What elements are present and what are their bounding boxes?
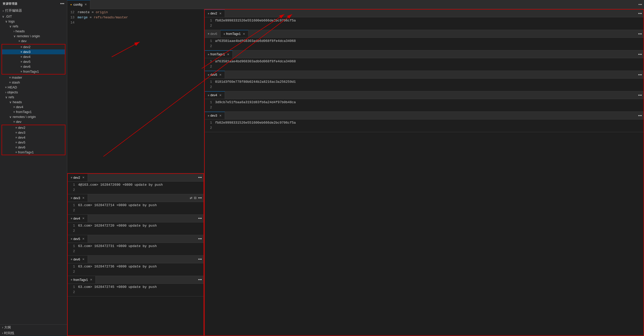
sidebar-item-dev4[interactable]: ≡ dev4 xyxy=(2,54,65,59)
right-panel-dev5-more[interactable]: ••• xyxy=(637,73,643,77)
sidebar-item-dev6[interactable]: ≡ dev6 xyxy=(2,64,65,69)
right-panel-dev3-more[interactable]: ••• xyxy=(637,114,643,118)
tab-dev3-close[interactable]: ✕ xyxy=(82,196,85,200)
sidebar-item-refs-dev5[interactable]: ≡ dev5 xyxy=(2,140,65,145)
sidebar-item-refs-dev4b[interactable]: ≡ dev4 xyxy=(2,135,65,140)
panel-fromTagv1-more[interactable]: ••• xyxy=(196,278,203,282)
tab-dev2[interactable]: ≡ dev2 ✕ xyxy=(68,174,88,182)
dev6-label: dev6 xyxy=(23,65,31,69)
dev5-line-1: 1 63.com> 1628472731 +0800 update by pus… xyxy=(68,244,203,249)
right-tab-fromTagv1[interactable]: ≡ fromTagv1 ✕ xyxy=(221,30,248,38)
right-tab-fromTagv1b[interactable]: ≡ fromTagv1 ✕ xyxy=(205,50,233,58)
file-icon: ≡ xyxy=(208,53,209,56)
right-panel-dev6-tabbar: ≡ dev6 ≡ fromTagv1 ✕ ••• xyxy=(205,30,643,38)
sidebar-item-heads[interactable]: › heads xyxy=(0,29,67,34)
right-tab-dev4-close[interactable]: ✕ xyxy=(219,94,222,97)
r-dev6-linenum-2: 2 xyxy=(205,44,215,48)
right-tab-dev5[interactable]: ≡ dev5 ✕ xyxy=(205,71,225,79)
right-tab-fromTagv1-close[interactable]: ✕ xyxy=(243,32,245,36)
sidebar-item-outline[interactable]: › 大纲 xyxy=(0,325,67,330)
dev3-line-2: 2 xyxy=(68,208,203,213)
right-panel-fromTagv1-more[interactable]: ••• xyxy=(637,52,643,56)
panel-dev3: ≡ dev3 ✕ ⇄ ⊟ ••• 1 xyxy=(68,194,203,215)
sidebar-item-refs-heads-dev4[interactable]: ≡ dev4 xyxy=(0,104,67,109)
sidebar-item-refs-dev[interactable]: ≡ dev xyxy=(0,119,67,124)
right-tab-dev4[interactable]: ≡ dev4 ✕ xyxy=(205,91,225,99)
config-editor: 12 remote = origin 13 merge = refs/heads… xyxy=(67,9,204,173)
tab-dev3[interactable]: ≡ dev3 ✕ xyxy=(68,194,88,202)
panel-dev6-more[interactable]: ••• xyxy=(196,257,203,261)
sidebar-item-master[interactable]: ≡ master xyxy=(0,75,67,80)
sidebar-item-refs-fromTagv1[interactable]: ≡ fromTagv1 xyxy=(2,150,65,155)
open-editor-button[interactable]: › 打开编辑器 xyxy=(0,7,67,14)
r-dev6-line-1: 1 af63581aae4bd968303adb6d068f8fe4dca340… xyxy=(205,39,643,44)
tab-config[interactable]: ● config ✕ xyxy=(67,0,90,9)
sidebar-item-logs-refs[interactable]: ∨ refs xyxy=(0,24,67,29)
panel-dev5-more[interactable]: ••• xyxy=(196,237,203,241)
tab-config-close[interactable]: ✕ xyxy=(85,3,87,6)
line-content-13: merge = refs/heads/master xyxy=(78,16,128,19)
chevron-down-icon: ∨ xyxy=(2,15,4,18)
panel-dev2-content: 1 4@163.com> 1628472690 +0800 update by … xyxy=(68,182,203,194)
sidebar-item-refs-dev2[interactable]: ≡ dev2 xyxy=(2,125,65,130)
right-tab-dev3-close[interactable]: ✕ xyxy=(219,114,222,117)
sidebar-item-refs[interactable]: ∨ refs xyxy=(0,95,67,100)
sidebar-item-refs-dev3[interactable]: ≡ dev3 xyxy=(2,130,65,135)
sidebar-header-icons: ••• xyxy=(60,2,64,6)
right-tab-dev2[interactable]: ≡ dev2 ✕ xyxy=(205,10,225,17)
tab-dev2-close[interactable]: ✕ xyxy=(82,176,85,179)
middle-panels-red-box: ≡ dev2 ✕ ••• 1 4@163.com> 1628472690 +08… xyxy=(67,173,204,336)
sidebar-item-dev3[interactable]: ≡ dev3 xyxy=(2,49,65,54)
panel-dev4-more[interactable]: ••• xyxy=(196,216,203,220)
sidebar-item-timeline[interactable]: › 时间线 xyxy=(0,330,67,336)
tab-dev4[interactable]: ≡ dev4 ✕ xyxy=(68,215,88,222)
tab-fromTagv1[interactable]: ≡ fromTagv1 ✕ xyxy=(68,276,96,284)
tab-dev5-label: dev5 xyxy=(73,237,80,241)
right-panel-dev4-more[interactable]: ••• xyxy=(637,93,643,97)
panel-fromTagv1: ≡ fromTagv1 ✕ ••• 1 63.com> 1628472745 +… xyxy=(68,276,203,296)
sidebar-item-HEAD[interactable]: ≡ HEAD xyxy=(0,85,67,90)
panels-container: 12 remote = origin 13 merge = refs/heads… xyxy=(67,9,644,336)
panel-dev3-more[interactable]: ••• xyxy=(198,196,202,200)
sidebar-item-remotes-origin[interactable]: ∨ remotes \ origin xyxy=(0,34,67,39)
sidebar-item-dev5[interactable]: ≡ dev5 xyxy=(2,59,65,64)
sidebar-item-refs-heads[interactable]: ∨ heads xyxy=(0,100,67,104)
tab-dev6-close[interactable]: ✕ xyxy=(82,258,85,261)
right-tab-dev5-close[interactable]: ✕ xyxy=(219,73,222,77)
sidebar-item-refs-heads-fromTagv1[interactable]: ≡ fromTagv1 xyxy=(0,109,67,114)
right-tab-dev2-close[interactable]: ✕ xyxy=(219,12,222,15)
right-tab-dev3[interactable]: ≡ dev3 ✕ xyxy=(205,112,225,120)
right-tab-fromTagv1b-close[interactable]: ✕ xyxy=(227,53,229,56)
compare-icon[interactable]: ⇄ xyxy=(190,196,192,200)
right-panel-dev5-tabbar: ≡ dev5 ✕ ••• xyxy=(205,71,643,79)
sidebar-item-logs[interactable]: ∨ logs xyxy=(0,19,67,24)
git-section[interactable]: ∨ .GIT xyxy=(0,14,67,19)
sidebar-item-fromTagv1[interactable]: ≡ fromTagv1 xyxy=(2,69,65,74)
sidebar-item-refs-dev6[interactable]: ≡ dev6 xyxy=(2,145,65,150)
right-tab-dev6[interactable]: ≡ dev6 xyxy=(205,30,221,38)
dev3-linenum-2: 2 xyxy=(68,208,78,212)
panel-dev6-tabbar: ≡ dev6 ✕ ••• xyxy=(68,256,203,263)
sidebar-item-stash[interactable]: ≡ stash xyxy=(0,80,67,85)
more-icon[interactable]: ••• xyxy=(60,2,64,6)
split-icon[interactable]: ⊟ xyxy=(194,196,196,200)
chevron-right-icon: › xyxy=(3,9,4,13)
panel-dev2-more[interactable]: ••• xyxy=(196,175,203,180)
tab-dev6[interactable]: ≡ dev6 ✕ xyxy=(68,256,88,263)
tab-fromTagv1-close[interactable]: ✕ xyxy=(90,278,92,281)
tab-more-button[interactable]: ••• xyxy=(636,3,644,6)
dev5-linecontent-1: 63.com> 1628472731 +0800 update by push xyxy=(78,244,157,248)
right-tab-dev4-label: dev4 xyxy=(210,93,217,97)
sidebar-item-dev2[interactable]: ≡ dev2 xyxy=(2,44,65,49)
sidebar-item-objects[interactable]: › objects xyxy=(0,90,67,95)
right-panel-dev4: ≡ dev4 ✕ ••• 1 3d9cb7e51fbaa6a3192d83fb6… xyxy=(205,91,643,112)
right-panel-dev6-more[interactable]: ••• xyxy=(637,32,643,36)
tab-dev5[interactable]: ≡ dev5 ✕ xyxy=(68,235,88,243)
sidebar-item-refs-remotes-origin[interactable]: ∨ remotes \ origin xyxy=(0,114,67,119)
tab-dev4-close[interactable]: ✕ xyxy=(82,217,85,220)
dev5-linenum-2: 2 xyxy=(68,249,78,253)
right-panel-dev6-fromTagv1: ≡ dev6 ≡ fromTagv1 ✕ ••• 1 af6 xyxy=(205,30,643,50)
right-panel-dev2-more[interactable]: ••• xyxy=(637,11,643,16)
tab-dev5-close[interactable]: ✕ xyxy=(82,237,85,241)
sidebar-item-dev[interactable]: ≡ dev xyxy=(0,39,67,43)
